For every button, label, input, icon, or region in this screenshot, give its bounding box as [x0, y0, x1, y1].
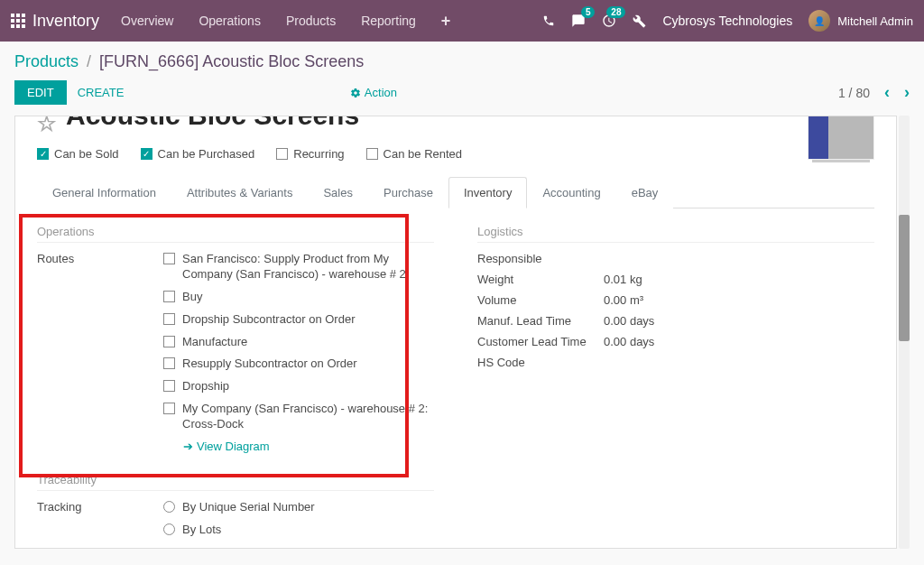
- apps-icon[interactable]: [11, 14, 25, 28]
- nav-operations[interactable]: Operations: [199, 14, 260, 28]
- scrollbar[interactable]: [899, 116, 910, 549]
- cust-label: Customer Lead Time: [477, 335, 604, 348]
- chat-icon[interactable]: 5: [571, 14, 586, 28]
- top-navbar: Inventory Overview Operations Products R…: [0, 0, 924, 42]
- check-sold[interactable]: ✓Can be Sold: [37, 147, 119, 161]
- route-item[interactable]: Dropship: [163, 379, 434, 394]
- volume-value: 0.00 m³: [604, 293, 874, 307]
- route-item[interactable]: Dropship Subcontractor on Order: [163, 312, 434, 328]
- logistics-title: Logistics: [477, 225, 874, 243]
- product-title: ☆ Acoustic Bloc Screens: [37, 116, 790, 136]
- avatar: 👤: [808, 10, 830, 32]
- cust-value: 0.00 days: [604, 335, 874, 348]
- operations-title: Operations: [37, 225, 434, 243]
- check-recurring[interactable]: Recurring: [276, 147, 344, 161]
- tracking-lots[interactable]: By Lots: [163, 523, 434, 536]
- route-item[interactable]: Resupply Subcontractor on Order: [163, 357, 434, 372]
- tab-ebay[interactable]: eBay: [616, 177, 674, 208]
- tools-icon[interactable]: [633, 14, 646, 28]
- hs-label: HS Code: [477, 356, 604, 369]
- action-dropdown[interactable]: Action: [350, 86, 397, 99]
- edit-button[interactable]: EDIT: [14, 80, 67, 105]
- check-purchased[interactable]: ✓Can be Purchased: [141, 147, 255, 161]
- tab-purchase[interactable]: Purchase: [368, 177, 448, 208]
- chat-badge: 5: [581, 6, 596, 18]
- nav-products[interactable]: Products: [286, 14, 336, 28]
- pager-text: 1 / 80: [838, 86, 870, 100]
- volume-label: Volume: [477, 293, 604, 307]
- form-sheet: ☆ Acoustic Bloc Screens ✓Can be Sold ✓Ca…: [14, 116, 897, 549]
- control-bar: EDIT CREATE Action 1 / 80 ‹ ›: [0, 75, 924, 116]
- tab-general[interactable]: General Information: [37, 177, 171, 208]
- company-name[interactable]: Cybrosys Technologies: [662, 14, 792, 28]
- plus-icon[interactable]: +: [441, 12, 451, 31]
- weight-value: 0.01 kg: [604, 273, 874, 286]
- app-brand[interactable]: Inventory: [32, 12, 99, 31]
- gear-icon: [350, 88, 361, 98]
- activity-badge: 28: [606, 6, 625, 18]
- route-item[interactable]: My Company (San Francisco) - warehouse #…: [163, 402, 434, 432]
- view-diagram-link[interactable]: ➔ View Diagram: [183, 440, 434, 453]
- user-menu[interactable]: 👤 Mitchell Admin: [808, 10, 913, 32]
- nav-overview[interactable]: Overview: [121, 14, 173, 28]
- product-image[interactable]: [808, 116, 874, 160]
- phone-icon[interactable]: [542, 14, 555, 27]
- user-name: Mitchell Admin: [837, 14, 913, 28]
- arrow-right-icon: ➔: [183, 440, 193, 453]
- activity-icon[interactable]: 28: [602, 14, 616, 28]
- star-icon[interactable]: ☆: [37, 116, 57, 136]
- breadcrumb-root[interactable]: Products: [14, 52, 79, 70]
- traceability-title: Traceability: [37, 473, 434, 491]
- tab-accounting[interactable]: Accounting: [527, 177, 615, 208]
- route-item[interactable]: Manufacture: [163, 335, 434, 350]
- top-icons: 5 28 Cybrosys Technologies 👤 Mitchell Ad…: [542, 10, 913, 32]
- top-menu: Overview Operations Products Reporting +: [121, 12, 450, 31]
- route-item[interactable]: San Francisco: Supply Product from My Co…: [163, 252, 434, 282]
- check-rented[interactable]: Can be Rented: [366, 147, 462, 161]
- create-button[interactable]: CREATE: [78, 86, 125, 99]
- responsible-label: Responsible: [477, 252, 604, 265]
- routes-label: Routes: [37, 252, 163, 453]
- breadcrumb-current: [FURN_6666] Acoustic Bloc Screens: [99, 52, 364, 70]
- tab-inventory[interactable]: Inventory: [448, 177, 527, 208]
- tracking-serial[interactable]: By Unique Serial Number: [163, 500, 434, 514]
- tabs: General Information Attributes & Variant…: [37, 177, 874, 208]
- route-item[interactable]: Buy: [163, 290, 434, 305]
- tab-variants[interactable]: Attributes & Variants: [171, 177, 309, 208]
- pager: 1 / 80 ‹ ›: [838, 83, 910, 102]
- nav-reporting[interactable]: Reporting: [361, 14, 416, 28]
- pager-next[interactable]: ›: [904, 83, 910, 102]
- manuf-label: Manuf. Lead Time: [477, 314, 604, 328]
- breadcrumb: Products / [FURN_6666] Acoustic Bloc Scr…: [0, 42, 924, 75]
- pager-prev[interactable]: ‹: [884, 83, 890, 102]
- weight-label: Weight: [477, 273, 604, 286]
- tab-sales[interactable]: Sales: [308, 177, 368, 208]
- manuf-value: 0.00 days: [604, 314, 874, 328]
- tracking-label: Tracking: [37, 500, 163, 545]
